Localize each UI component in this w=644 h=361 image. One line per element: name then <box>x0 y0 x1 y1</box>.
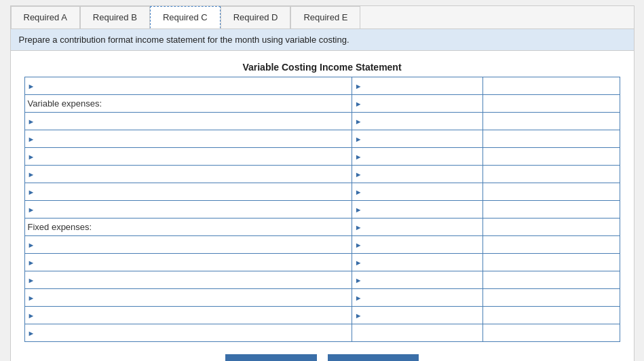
label-input-5[interactable]: ► <box>24 166 352 183</box>
prev-button[interactable]: < Required B <box>225 354 317 361</box>
nav-buttons: < Required B Required D > <box>24 354 620 361</box>
table-row: ► ► <box>24 289 620 307</box>
label-input-0[interactable]: ► <box>24 77 352 95</box>
mid-input-10[interactable]: ► <box>352 254 482 271</box>
label-input-9[interactable]: ► <box>24 236 352 254</box>
mid-input-13[interactable]: ► <box>352 307 482 324</box>
table-row: ► ► <box>24 166 620 183</box>
right-input-14[interactable] <box>482 324 620 342</box>
income-statement-table: ► ► Variable expenses: ► ► <box>24 77 620 342</box>
label-input-13[interactable]: ► <box>24 307 352 324</box>
mid-input-8[interactable]: ► <box>352 218 482 236</box>
table-row: ► ► <box>24 148 620 166</box>
table-row: ► ► <box>24 77 620 95</box>
tabs-bar: Required A Required B Required C Require… <box>11 6 634 29</box>
label-input-10[interactable]: ► <box>24 254 352 271</box>
tab-required-e[interactable]: Required E <box>290 6 360 28</box>
table-row: ► ► <box>24 183 620 201</box>
right-input-1[interactable] <box>482 95 620 113</box>
table-row: ► ► <box>24 201 620 218</box>
table-row: ► ► <box>24 271 620 289</box>
label-input-3[interactable]: ► <box>24 130 352 148</box>
right-input-8[interactable] <box>482 218 620 236</box>
mid-input-14[interactable] <box>352 324 482 342</box>
right-input-9[interactable] <box>482 236 620 254</box>
fixed-expenses-label: Fixed expenses: <box>24 218 352 236</box>
table-row: ► ► <box>24 307 620 324</box>
instruction-bar: Prepare a contribution format income sta… <box>11 29 634 51</box>
mid-input-3[interactable]: ► <box>352 130 482 148</box>
label-input-6[interactable]: ► <box>24 183 352 201</box>
label-input-11[interactable]: ► <box>24 271 352 289</box>
right-input-4[interactable] <box>482 148 620 166</box>
table-row: Fixed expenses: ► <box>24 218 620 236</box>
main-content: Variable Costing Income Statement ► ► Va… <box>11 51 634 361</box>
mid-input-0[interactable]: ► <box>352 77 482 95</box>
table-row: ► ► <box>24 113 620 130</box>
mid-input-12[interactable]: ► <box>352 289 482 307</box>
variable-expenses-label: Variable expenses: <box>24 95 352 113</box>
table-row: ► ► <box>24 130 620 148</box>
table-row: Variable expenses: ► <box>24 95 620 113</box>
next-button[interactable]: Required D > <box>328 354 419 361</box>
right-input-13[interactable] <box>482 307 620 324</box>
tab-required-b[interactable]: Required B <box>80 6 150 28</box>
right-input-2[interactable] <box>482 113 620 130</box>
page-container: Required A Required B Required C Require… <box>10 5 634 361</box>
mid-input-9[interactable]: ► <box>352 236 482 254</box>
mid-input-6[interactable]: ► <box>352 183 482 201</box>
table-row: ► ► <box>24 236 620 254</box>
table-row: ► ► <box>24 254 620 271</box>
mid-input-11[interactable]: ► <box>352 271 482 289</box>
right-input-5[interactable] <box>482 166 620 183</box>
right-input-0[interactable] <box>482 77 620 95</box>
label-input-2[interactable]: ► <box>24 113 352 130</box>
tab-required-d[interactable]: Required D <box>221 6 291 28</box>
table-title: Variable Costing Income Statement <box>24 62 620 73</box>
label-input-12[interactable]: ► <box>24 289 352 307</box>
right-input-11[interactable] <box>482 271 620 289</box>
tab-required-a[interactable]: Required A <box>11 6 80 28</box>
label-input-4[interactable]: ► <box>24 148 352 166</box>
right-input-3[interactable] <box>482 130 620 148</box>
mid-input-5[interactable]: ► <box>352 166 482 183</box>
mid-input-1[interactable]: ► <box>352 95 482 113</box>
mid-input-4[interactable]: ► <box>352 148 482 166</box>
right-input-7[interactable] <box>482 201 620 218</box>
mid-input-2[interactable]: ► <box>352 113 482 130</box>
tab-required-c[interactable]: Required C <box>150 6 221 28</box>
right-input-6[interactable] <box>482 183 620 201</box>
label-input-14[interactable]: ► <box>24 324 352 342</box>
label-input-7[interactable]: ► <box>24 201 352 218</box>
mid-input-7[interactable]: ► <box>352 201 482 218</box>
table-row: ► <box>24 324 620 342</box>
right-input-10[interactable] <box>482 254 620 271</box>
right-input-12[interactable] <box>482 289 620 307</box>
